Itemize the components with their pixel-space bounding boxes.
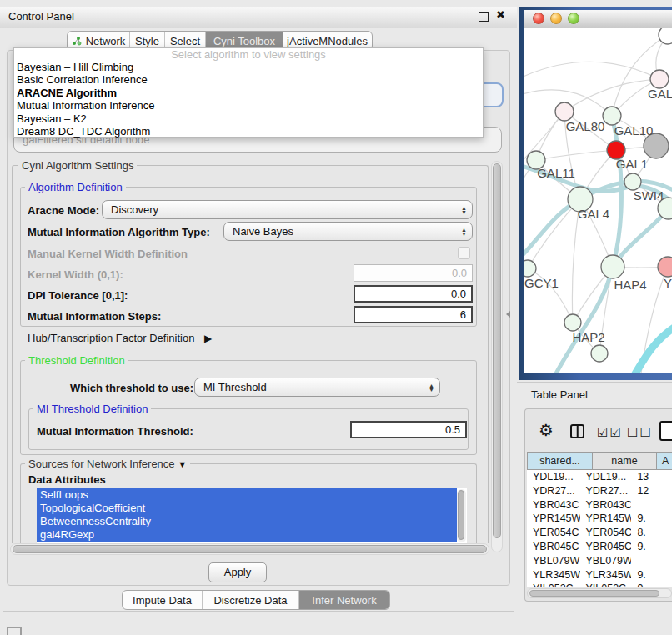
table-cell: YDL19...	[527, 470, 580, 484]
table-row[interactable]: YDL19...YDL19...13	[527, 470, 672, 484]
algorithm-definition-title: Algorithm Definition	[25, 181, 126, 193]
table-cell: YDR27...	[580, 484, 632, 498]
network-node[interactable]	[658, 257, 672, 277]
table-row[interactable]: YBL079WYBL079W	[527, 554, 672, 568]
data-attributes-list: SelfLoopsTopologicalCoefficientBetweenne…	[37, 488, 467, 543]
table-body: YDL19...YDL19...13YDR27...YDR27...12YBR0…	[527, 470, 672, 587]
which-threshold-select[interactable]: MI Threshold ▲▼	[194, 378, 440, 397]
node-label: GAL10	[614, 123, 654, 138]
column-header-name[interactable]: name	[593, 452, 657, 470]
document-icon[interactable]	[659, 421, 672, 441]
table-cell: YBL079W	[527, 554, 580, 568]
column-header-clipped[interactable]: A	[657, 452, 672, 470]
screen: Control Panel ✖ Network Style Select Cyn…	[0, 0, 672, 635]
network-node-gal80[interactable]	[555, 102, 574, 121]
table-cell: YBR043C	[580, 498, 632, 512]
table-cell: YIL052C	[527, 582, 580, 587]
aracne-mode-label: Aracne Mode:	[28, 204, 99, 217]
mi-algorithm-type-select[interactable]: Naive Bayes ▲▼	[223, 222, 473, 241]
control-panel-titlebar	[0, 7, 517, 28]
close-traffic-light[interactable]	[533, 12, 544, 24]
scrollbar-thumb[interactable]	[458, 490, 464, 540]
algorithm-option[interactable]: Basic Correlation Inference	[14, 73, 483, 86]
deselect-all-checkboxes-icon[interactable]: ☐☐	[627, 425, 653, 440]
tab-impute-data[interactable]: Impute Data	[123, 591, 203, 609]
table-row[interactable]: YPR145WYPR145W9.	[527, 512, 672, 526]
table-cell	[631, 498, 672, 512]
mi-steps-label: Mutual Information Steps:	[28, 310, 161, 322]
table-cell: YBL079W	[580, 554, 632, 568]
settings-group-title: Cyni Algorithm Settings	[18, 159, 137, 172]
corner-grip[interactable]	[7, 627, 22, 635]
tab-label: Network	[86, 35, 126, 48]
table-row[interactable]: YLR345WYLR345W9.	[527, 568, 672, 582]
which-threshold-label: Which threshold to use:	[70, 382, 193, 394]
gear-icon[interactable]: ⚙	[539, 421, 554, 439]
attribute-list-item[interactable]: BetweennessCentrality	[37, 515, 457, 528]
threshold-definition-title: Threshold Definition	[25, 354, 128, 367]
select-all-checkboxes-icon[interactable]: ☑☑	[597, 425, 623, 440]
table-cell: 9.	[631, 568, 672, 582]
scrollbar-thumb[interactable]	[529, 590, 659, 597]
network-node-hap4[interactable]	[601, 255, 624, 278]
algorithm-dropdown-placeholder: Select algorithm to view settings	[14, 48, 483, 61]
attribute-list-item[interactable]: gal4RGexp	[37, 528, 457, 542]
table-row[interactable]: YER054CYER054C8.	[527, 526, 672, 540]
close-icon[interactable]: ✖	[496, 8, 505, 21]
network-window-titlebar[interactable]	[524, 10, 672, 28]
table-row[interactable]: YBR043CYBR043C	[527, 498, 672, 512]
scrollbar-thumb[interactable]	[13, 545, 487, 553]
zoom-traffic-light[interactable]	[568, 12, 579, 24]
settings-vertical-scrollbar	[491, 161, 503, 552]
network-edges-thin	[524, 35, 672, 373]
algorithm-dropdown-list: Bayesian – Hill ClimbingBasic Correlatio…	[14, 61, 483, 138]
hub-definition-expander[interactable]: Hub/Transcription Factor Definition ▶	[28, 332, 212, 344]
table-row[interactable]: YIL052CYIL052C9.	[527, 582, 672, 587]
table-cell	[631, 554, 672, 568]
table-cell: YBR043C	[527, 498, 580, 512]
tab-infer-network[interactable]: Infer Network	[299, 591, 389, 609]
algorithm-option[interactable]: Bayesian – Hill Climbing	[14, 61, 483, 73]
hub-definition-label: Hub/Transcription Factor Definition	[28, 332, 194, 344]
network-node[interactable]	[659, 28, 672, 44]
network-node[interactable]	[591, 345, 608, 362]
network-node-swi4[interactable]	[624, 173, 641, 190]
apply-button[interactable]: Apply	[208, 562, 267, 582]
aracne-mode-select[interactable]: Discovery ▲▼	[102, 200, 473, 219]
algorithm-option[interactable]: Bayesian – K2	[14, 112, 483, 125]
algorithm-option[interactable]: ARACNE Algorithm	[14, 87, 483, 99]
attribute-list-item[interactable]: TopologicalCoefficient	[37, 502, 457, 515]
mi-algorithm-type-label: Mutual Information Algorithm Type:	[28, 226, 210, 238]
tab-discretize-data[interactable]: Discretize Data	[203, 591, 299, 609]
network-node-gcy1[interactable]	[524, 260, 536, 277]
tab-label: Discretize Data	[213, 594, 287, 607]
column-header-shared-name[interactable]: shared...	[527, 452, 593, 470]
attribute-list-item[interactable]: SelfLoops	[37, 488, 457, 502]
float-window-icon[interactable]	[479, 12, 489, 22]
network-icon	[72, 36, 82, 46]
network-node-hap2[interactable]	[564, 314, 581, 331]
network-node-gal10[interactable]	[603, 107, 621, 125]
minimize-traffic-light[interactable]	[550, 12, 562, 24]
sources-expander[interactable]: Sources for Network Inference ▼	[25, 458, 190, 470]
mi-threshold-field[interactable]: 0.5	[350, 421, 467, 438]
network-canvas[interactable]: GAL GAL80 GAL10 GAL1 GAL11 SWI4 GAL4 GCY…	[524, 28, 672, 373]
network-node[interactable]	[650, 70, 669, 88]
columns-icon[interactable]	[570, 424, 584, 438]
scrollbar-thumb[interactable]	[493, 163, 501, 538]
node-label: SWI4	[634, 188, 664, 202]
tab-label: Select	[170, 35, 200, 48]
algorithm-option[interactable]: Mutual Information Inference	[14, 99, 483, 112]
dpi-tolerance-field[interactable]: 0.0	[354, 285, 473, 302]
splitter-handle[interactable]	[506, 311, 510, 318]
mi-steps-field[interactable]: 6	[354, 306, 473, 323]
table-cell: 13	[631, 470, 672, 484]
columns-icon-divider	[576, 426, 579, 437]
bottom-tabs: Impute Data Discretize Data Infer Networ…	[122, 590, 390, 610]
table-cell: 9.	[631, 512, 672, 526]
table-row[interactable]: YBR045CYBR045C9.	[527, 540, 672, 554]
algorithm-option[interactable]: Dream8 DC_TDC Algorithm	[14, 125, 483, 138]
table-row[interactable]: YDR27...YDR27...12	[527, 484, 672, 498]
tab-label: jActiveMNodules	[287, 35, 368, 48]
manual-kernel-width-label: Manual Kernel Width Definition	[28, 248, 188, 260]
